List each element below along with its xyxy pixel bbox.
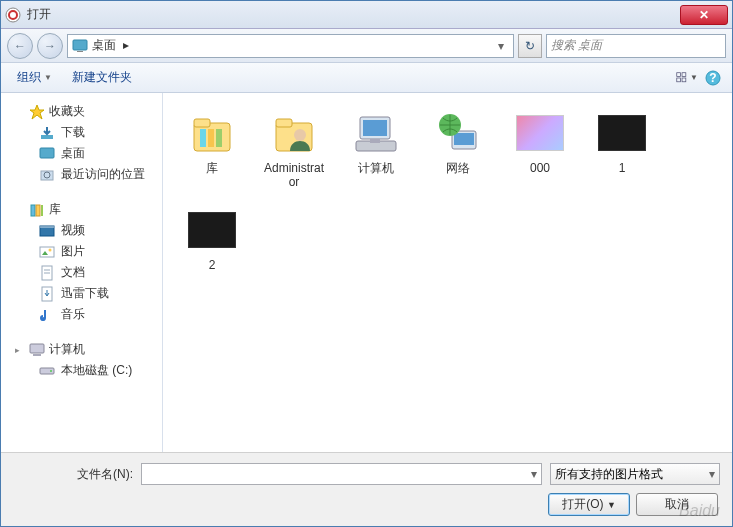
svg-rect-29 [33, 354, 41, 356]
item-libraries[interactable]: 库 [175, 105, 249, 194]
image-thumb-icon [516, 109, 564, 157]
star-icon [29, 104, 45, 120]
libraries-header[interactable]: 库 [1, 199, 159, 220]
svg-rect-43 [370, 139, 380, 143]
recent-icon [39, 167, 55, 183]
address-bar[interactable]: 桌面 ▸ ▾ [67, 34, 514, 58]
back-button[interactable]: ← [7, 33, 33, 59]
sidebar-item-documents[interactable]: 文档 [1, 262, 159, 283]
svg-rect-45 [454, 133, 474, 145]
video-icon [39, 223, 55, 239]
refresh-icon: ↻ [525, 39, 535, 53]
music-icon [39, 307, 55, 323]
item-image-1[interactable]: 1 [585, 105, 659, 194]
sidebar-item-recent[interactable]: 最近访问的位置 [1, 164, 159, 185]
svg-rect-4 [677, 72, 681, 76]
content-area: 收藏夹 下载 桌面 最近访问的位置 [1, 93, 732, 452]
file-list-pane[interactable]: 库 Administrator 计算机 [163, 93, 732, 452]
arrow-left-icon: ← [14, 39, 26, 53]
search-placeholder: 搜索 桌面 [551, 37, 602, 54]
app-icon [5, 7, 21, 23]
picture-icon [39, 244, 55, 260]
item-user[interactable]: Administrator [257, 105, 331, 194]
item-image-2[interactable]: 2 [175, 202, 249, 276]
help-button[interactable]: ? [702, 67, 724, 89]
svg-rect-28 [30, 344, 44, 353]
forward-button[interactable]: → [37, 33, 63, 59]
svg-rect-36 [216, 129, 222, 147]
computer-icon [352, 109, 400, 157]
desktop-icon [72, 38, 88, 54]
svg-point-22 [49, 248, 52, 251]
computer-group: ▸ 计算机 本地磁盘 (C:) [1, 339, 159, 381]
chevron-down-icon: ▾ [709, 467, 715, 481]
document-icon [39, 265, 55, 281]
sidebar-item-desktop[interactable]: 桌面 [1, 143, 159, 164]
item-computer[interactable]: 计算机 [339, 105, 413, 194]
svg-rect-12 [40, 148, 54, 158]
favorites-group: 收藏夹 下载 桌面 最近访问的位置 [1, 101, 159, 185]
close-button[interactable]: ✕ [680, 5, 728, 25]
sidebar-item-thunder[interactable]: 迅雷下载 [1, 283, 159, 304]
svg-text:?: ? [709, 71, 716, 85]
drive-icon [39, 363, 55, 379]
new-folder-button[interactable]: 新建文件夹 [64, 66, 140, 89]
userfolder-icon [270, 109, 318, 157]
favorites-header[interactable]: 收藏夹 [1, 101, 159, 122]
search-input[interactable]: 搜索 桌面 [546, 34, 726, 58]
close-icon: ✕ [699, 8, 709, 22]
svg-point-27 [41, 317, 45, 321]
network-icon [434, 109, 482, 157]
computer-icon [29, 342, 45, 358]
sidebar-item-videos[interactable]: 视频 [1, 220, 159, 241]
sidebar-item-pictures[interactable]: 图片 [1, 241, 159, 262]
item-network[interactable]: 网络 [421, 105, 495, 194]
libraries-group: 库 视频 图片 文档 迅雷下载 [1, 199, 159, 325]
view-options-button[interactable]: ▼ [676, 67, 698, 89]
svg-rect-3 [77, 51, 83, 52]
filename-input[interactable]: ▾ [141, 463, 542, 485]
svg-rect-33 [194, 119, 210, 127]
svg-rect-16 [36, 205, 40, 216]
filetype-select[interactable]: 所有支持的图片格式 ▾ [550, 463, 720, 485]
computer-header[interactable]: ▸ 计算机 [1, 339, 159, 360]
chevron-down-icon: ▼ [690, 73, 698, 82]
svg-rect-2 [73, 40, 87, 50]
toolbar: 组织▼ 新建文件夹 ▼ ? [1, 63, 732, 93]
svg-rect-19 [40, 226, 54, 228]
item-image-000[interactable]: 000 [503, 105, 577, 194]
organize-menu[interactable]: 组织▼ [9, 66, 60, 89]
chevron-down-icon[interactable]: ▾ [531, 467, 537, 481]
svg-rect-15 [31, 205, 35, 216]
chevron-down-icon: ▼ [44, 73, 52, 82]
download-icon [39, 125, 55, 141]
address-text: 桌面 ▸ [92, 37, 493, 54]
arrow-right-icon: → [44, 39, 56, 53]
sidebar-item-downloads[interactable]: 下载 [1, 122, 159, 143]
open-button[interactable]: 打开(O) ▼ [548, 493, 630, 516]
open-dialog: 打开 ✕ ← → 桌面 ▸ ▾ ↻ 搜索 桌面 组织▼ 新建文件夹 ▼ [0, 0, 733, 527]
navbar: ← → 桌面 ▸ ▾ ↻ 搜索 桌面 [1, 29, 732, 63]
svg-rect-34 [200, 129, 206, 147]
library-icon [29, 202, 45, 218]
download-icon [39, 286, 55, 302]
cancel-button[interactable]: 取消 [636, 493, 718, 516]
desktop-icon [39, 146, 55, 162]
sidebar: 收藏夹 下载 桌面 最近访问的位置 [1, 93, 159, 452]
svg-rect-17 [41, 205, 43, 216]
refresh-button[interactable]: ↻ [518, 34, 542, 58]
svg-rect-5 [682, 72, 686, 76]
svg-rect-6 [677, 78, 681, 82]
svg-point-31 [50, 370, 52, 372]
libraries-icon [188, 109, 236, 157]
svg-rect-7 [682, 78, 686, 82]
svg-rect-35 [208, 129, 214, 147]
image-thumb-icon [598, 109, 646, 157]
filename-label: 文件名(N): [13, 466, 133, 483]
sidebar-item-drive-c[interactable]: 本地磁盘 (C:) [1, 360, 159, 381]
expand-icon: ▸ [15, 345, 25, 355]
sidebar-item-music[interactable]: 音乐 [1, 304, 159, 325]
footer: 文件名(N): ▾ 所有支持的图片格式 ▾ 打开(O) ▼ 取消 [1, 452, 732, 526]
address-dropdown-icon[interactable]: ▾ [493, 39, 509, 53]
svg-rect-41 [363, 120, 387, 136]
